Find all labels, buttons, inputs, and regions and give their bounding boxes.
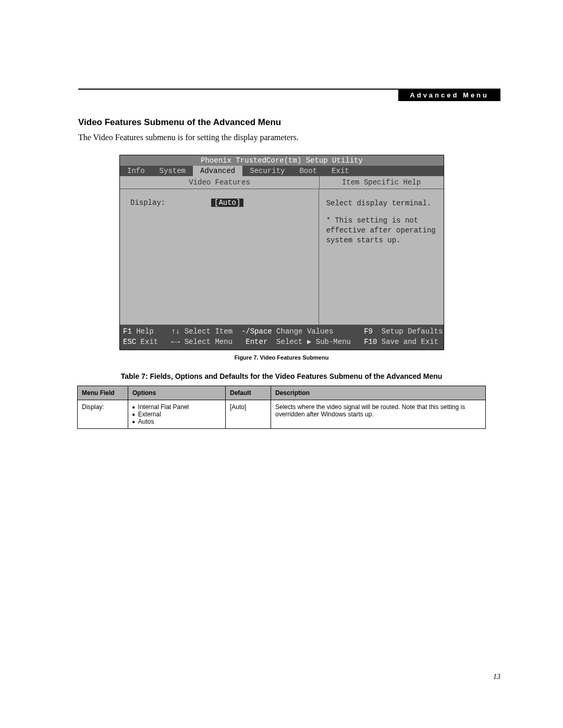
bios-title: Phoenix TrustedCore(tm) Setup Utility — [120, 155, 444, 166]
key-enter: Enter — [246, 337, 267, 347]
option-item: Internal Flat Panel — [132, 403, 221, 411]
bios-tab-boot: Boot — [292, 166, 324, 176]
table-row: Display: Internal Flat Panel External Au… — [78, 400, 486, 429]
bios-field-label: Display: — [130, 199, 211, 207]
bios-tab-security: Security — [242, 166, 292, 176]
bios-field-value: [Auto] — [211, 199, 243, 207]
col-description: Description — [271, 386, 486, 400]
bios-tab-system: System — [152, 166, 193, 176]
key-updown: ↑↓ — [171, 326, 180, 337]
cell-options: Internal Flat Panel External Autos — [128, 400, 226, 429]
table-caption: Table 7: Fields, Options and Defaults fo… — [0, 372, 563, 380]
cell-field: Display: — [78, 400, 128, 429]
key-space: -/Space — [241, 326, 272, 337]
bios-help-note: * This setting is not effective after op… — [326, 216, 436, 245]
col-options: Options — [128, 386, 226, 400]
key-f1: F1 — [123, 326, 132, 337]
col-default: Default — [226, 386, 271, 400]
key-f9: F9 — [364, 326, 373, 337]
intro-text: The Video Features submenu is for settin… — [78, 133, 299, 142]
key-leftright: ←→ — [171, 337, 180, 347]
bios-screenshot: Phoenix TrustedCore(tm) Setup Utility In… — [119, 155, 444, 350]
breadcrumb: Advanced Menu — [398, 90, 500, 101]
key-esc: ESC — [123, 337, 136, 347]
col-menu-field: Menu Field — [78, 386, 128, 400]
cell-default: [Auto] — [226, 400, 271, 429]
figure-caption: Figure 7. Video Features Submenu — [0, 354, 563, 361]
option-item: Autos — [132, 418, 221, 425]
option-item: External — [132, 411, 221, 418]
cell-description: Selects where the video signal will be r… — [271, 400, 486, 429]
bios-tab-exit: Exit — [324, 166, 357, 176]
table-header-row: Menu Field Options Default Description — [78, 386, 486, 400]
bios-tab-bar: Info System Advanced Security Boot Exit — [120, 166, 444, 176]
bios-footer: F1 Help ↑↓ Select Item -/Space Change Va… — [120, 325, 444, 350]
bios-left-title: Video Features — [120, 176, 319, 189]
options-table: Menu Field Options Default Description D… — [77, 386, 486, 429]
bios-help-line: Select display terminal. — [326, 199, 436, 208]
page: Advanced Menu Video Features Submenu of … — [0, 0, 563, 728]
bios-help-pane: Select display terminal. * This setting … — [319, 189, 444, 325]
bios-right-title: Item Specific Help — [319, 176, 443, 189]
bios-tab-info: Info — [120, 166, 152, 176]
bios-tab-advanced: Advanced — [193, 166, 242, 176]
page-number: 13 — [493, 673, 500, 681]
bios-settings-pane: Display: [Auto] — [120, 189, 319, 325]
key-f10: F10 — [364, 337, 377, 347]
section-heading: Video Features Submenu of the Advanced M… — [78, 117, 281, 128]
